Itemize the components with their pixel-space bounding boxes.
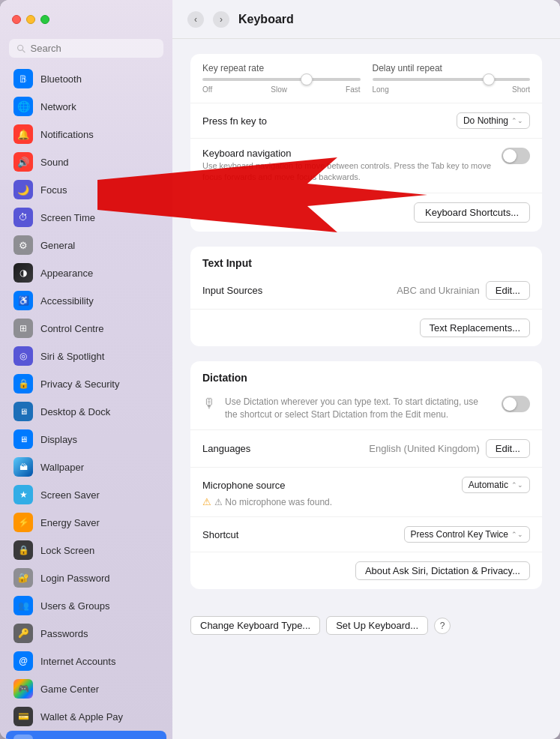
chevron-icon: ⌃⌄	[511, 481, 523, 489]
sidebar-item-general[interactable]: ⚙ General	[6, 232, 166, 259]
sidebar-item-lock-screen[interactable]: 🔒 Lock Screen	[6, 537, 166, 564]
text-input-section: Text Input Input Sources ABC and Ukraini…	[190, 247, 542, 346]
bottom-buttons-row: Change Keyboard Type... Set Up Keyboard.…	[190, 604, 542, 638]
sidebar: 𝔹 Bluetooth 🌐 Network 🔔 Notifications 🔊 …	[0, 0, 172, 739]
sidebar-item-label: Sound	[40, 157, 69, 168]
dictation-languages-edit-button[interactable]: Edit...	[486, 439, 530, 458]
press-fn-value: Do Nothing	[463, 115, 508, 126]
minimize-button[interactable]	[26, 15, 35, 24]
back-button[interactable]: ‹	[187, 11, 204, 28]
warning-icon: ⚠	[202, 496, 211, 507]
key-repeat-label: Key repeat rate	[202, 63, 361, 73]
microphone-source-select[interactable]: Automatic ⌃⌄	[462, 477, 530, 493]
accessibility-icon: ♿	[13, 291, 33, 310]
sidebar-item-displays[interactable]: 🖥 Displays	[6, 426, 166, 453]
wallpaper-icon: 🏔	[13, 457, 33, 477]
keyboard-nav-right	[502, 148, 530, 164]
sidebar-item-focus[interactable]: 🌙 Focus	[6, 176, 166, 203]
set-up-keyboard-button[interactable]: Set Up Keyboard...	[326, 616, 428, 635]
help-button[interactable]: ?	[434, 618, 451, 634]
page-title: Keyboard	[238, 13, 294, 26]
forward-button[interactable]: ›	[213, 11, 229, 28]
about-siri-row: About Ask Siri, Dictation & Privacy...	[190, 552, 542, 589]
sidebar-item-internet-accounts[interactable]: @ Internet Accounts	[6, 648, 166, 675]
about-siri-button[interactable]: About Ask Siri, Dictation & Privacy...	[355, 561, 530, 580]
dictation-languages-row: Languages English (United Kingdom) Edit.…	[190, 430, 542, 468]
microphone-source-row: Microphone source Automatic ⌃⌄ ⚠ ⚠ No mi…	[190, 468, 542, 517]
change-keyboard-type-button[interactable]: Change Keyboard Type...	[190, 616, 320, 635]
wallet-icon: 💳	[13, 707, 33, 726]
bluetooth-icon: 𝔹	[13, 69, 33, 88]
dictation-languages-value: English (United Kingdom)	[369, 443, 479, 454]
sidebar-item-passwords[interactable]: 🔑 Passwords	[6, 620, 166, 647]
sound-icon: 🔊	[13, 152, 33, 172]
dictation-description: Use Dictation wherever you can type text…	[225, 396, 493, 421]
dictation-toggle[interactable]	[502, 396, 530, 412]
sidebar-item-label: Screen Saver	[40, 489, 100, 501]
key-repeat-group: Key repeat rate Off Slow Fast	[202, 63, 361, 94]
sidebar-item-label: Lock Screen	[40, 545, 94, 556]
sidebar-item-network[interactable]: 🌐 Network	[6, 93, 166, 120]
network-icon: 🌐	[13, 97, 33, 116]
input-sources-value: ABC and Ukrainian	[397, 285, 480, 296]
shortcut-row: Shortcut Press Control Key Twice ⌃⌄	[190, 517, 542, 552]
sidebar-item-accessibility[interactable]: ♿ Accessibility	[6, 287, 166, 314]
sidebar-item-wallet-apple-pay[interactable]: 💳 Wallet & Apple Pay	[6, 703, 166, 730]
key-repeat-track[interactable]	[202, 78, 361, 81]
sidebar-item-users-groups[interactable]: 👥 Users & Groups	[6, 592, 166, 619]
search-input[interactable]	[31, 43, 156, 54]
press-fn-select[interactable]: Do Nothing ⌃⌄	[457, 112, 530, 129]
slow-label: Slow	[271, 85, 287, 94]
keyboard-nav-toggle[interactable]	[502, 148, 530, 164]
press-fn-label: Press fn key to	[202, 115, 307, 127]
chevron-icon: ⌃⌄	[511, 117, 523, 124]
sidebar-item-keyboard[interactable]: ⌨ Keyboard	[6, 731, 166, 739]
key-repeat-thumb[interactable]	[301, 73, 313, 85]
sidebar-item-sound[interactable]: 🔊 Sound	[6, 148, 166, 175]
users-groups-icon: 👥	[13, 596, 33, 615]
svg-line-2	[22, 49, 25, 52]
text-replacements-button[interactable]: Text Replacements...	[420, 319, 530, 337]
sidebar-item-label: Users & Groups	[40, 600, 109, 612]
shortcut-select[interactable]: Press Control Key Twice ⌃⌄	[404, 526, 531, 543]
sidebar-item-label: Passwords	[40, 628, 88, 639]
desktop-dock-icon: 🖥	[13, 402, 33, 421]
delay-repeat-track[interactable]	[373, 78, 531, 81]
sidebar-item-label: Internet Accounts	[40, 656, 115, 667]
sidebar-item-label: Desktop & Dock	[40, 406, 110, 417]
keyboard-shortcuts-button[interactable]: Keyboard Shortcuts...	[414, 202, 530, 223]
sidebar-item-login-password[interactable]: 🔐 Login Password	[6, 564, 166, 591]
sidebar-item-screen-saver[interactable]: ★ Screen Saver	[6, 481, 166, 508]
keyboard-nav-label: Keyboard navigation	[202, 148, 493, 159]
sidebar-item-appearance[interactable]: ◑ Appearance	[6, 259, 166, 286]
maximize-button[interactable]	[40, 15, 49, 24]
toggle-knob	[503, 397, 517, 411]
sidebar-item-desktop-dock[interactable]: 🖥 Desktop & Dock	[6, 398, 166, 425]
sidebar-item-bluetooth[interactable]: 𝔹 Bluetooth	[6, 65, 166, 92]
traffic-lights	[12, 15, 49, 24]
input-sources-edit-button[interactable]: Edit...	[486, 281, 530, 300]
sidebar-item-label: Privacy & Security	[40, 378, 119, 390]
delay-repeat-thumb[interactable]	[483, 73, 495, 85]
sidebar-item-notifications[interactable]: 🔔 Notifications	[6, 121, 166, 148]
shortcut-right: Press Control Key Twice ⌃⌄	[404, 526, 531, 543]
privacy-icon: 🔒	[13, 374, 33, 393]
game-center-icon: 🎮	[13, 679, 33, 699]
shortcut-value: Press Control Key Twice	[411, 529, 509, 540]
sidebar-item-screen-time[interactable]: ⏱ Screen Time	[6, 204, 166, 231]
sidebar-item-siri-spotlight[interactable]: ◎ Siri & Spotlight	[6, 343, 166, 370]
nav-row-content: Keyboard navigation Use keyboard navigat…	[202, 148, 493, 184]
sidebar-item-energy-saver[interactable]: ⚡ Energy Saver	[6, 509, 166, 536]
dictation-section: Dictation 🎙 Use Dictation wherever you c…	[190, 361, 542, 590]
microphone-warning-text: ⚠ No microphone was found.	[214, 497, 332, 507]
lock-screen-icon: 🔒	[13, 540, 33, 560]
sidebar-item-label: Focus	[40, 184, 67, 196]
displays-icon: 🖥	[13, 429, 33, 449]
search-box[interactable]	[9, 39, 163, 58]
sidebar-item-control-centre[interactable]: ⊞ Control Centre	[6, 315, 166, 342]
sidebar-item-game-center[interactable]: 🎮 Game Center	[6, 675, 166, 702]
sidebar-item-privacy-security[interactable]: 🔒 Privacy & Security	[6, 370, 166, 397]
close-button[interactable]	[12, 15, 21, 24]
sidebar-item-wallpaper[interactable]: 🏔 Wallpaper	[6, 453, 166, 480]
sidebar-item-label: Bluetooth	[40, 73, 82, 85]
